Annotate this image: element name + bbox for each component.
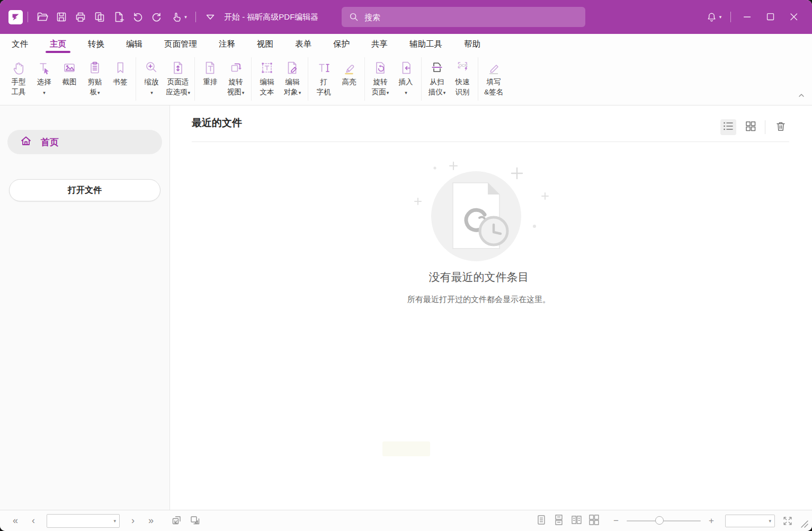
ribbon-layout-toggle-button[interactable]: [201, 7, 220, 26]
hand-tool-button[interactable]: 手型工具: [6, 57, 31, 98]
empty-state-subtitle: 所有最近打开过的文件都会显示在这里。: [407, 295, 550, 305]
ocr-icon: OCR: [454, 58, 471, 77]
ribbon-toolbar: 手型工具 选择▾ 截图 剪贴板▾ 书签 缩放▾: [0, 55, 812, 105]
last-page-button[interactable]: »: [142, 514, 160, 528]
maximize-button[interactable]: [759, 7, 782, 26]
hand-mode-button[interactable]: ▾: [166, 7, 191, 26]
tab-share[interactable]: 共享: [370, 34, 389, 55]
continuous-view-button[interactable]: [552, 514, 566, 528]
clear-recent-button[interactable]: [773, 119, 789, 135]
copy-page-icon: [93, 11, 106, 23]
page-number-combobox[interactable]: ▾: [47, 514, 120, 528]
close-button[interactable]: [782, 7, 806, 26]
window-title: 开始 - 福昕高级PDF编辑器: [224, 12, 318, 22]
tab-edit[interactable]: 编辑: [125, 34, 144, 55]
copy-page-button[interactable]: [90, 7, 109, 26]
page-fit-icon: [169, 58, 186, 77]
dropdown-caret-icon: ▾: [150, 90, 153, 95]
zoom-level-combobox[interactable]: ▾: [725, 515, 775, 527]
facing-view-button[interactable]: [569, 514, 583, 528]
print-button[interactable]: [71, 7, 90, 26]
ribbon-group-pages: 旋转页面▾ 插入▾: [365, 57, 422, 101]
quick-ocr-button[interactable]: OCR 快速识别: [450, 57, 475, 98]
minimize-button[interactable]: [736, 7, 759, 26]
zoom-in-button[interactable]: +: [705, 516, 718, 526]
tab-home[interactable]: 主页: [49, 34, 67, 55]
prev-page-button[interactable]: ‹: [24, 514, 42, 528]
next-page-button[interactable]: ›: [124, 514, 142, 528]
bookmark-button[interactable]: 书签: [108, 57, 133, 88]
search-box[interactable]: [342, 7, 585, 27]
bookmark-icon: [112, 58, 129, 77]
facing-continuous-view-button[interactable]: [587, 514, 601, 528]
tab-file[interactable]: 文件: [11, 34, 29, 55]
zoom-out-button[interactable]: −: [610, 516, 622, 526]
undo-button[interactable]: [128, 7, 147, 26]
single-page-view-button[interactable]: [534, 514, 548, 528]
tab-comment[interactable]: 注释: [218, 34, 236, 55]
select-button[interactable]: 选择▾: [31, 57, 57, 99]
titlebar-separator: [730, 12, 731, 22]
save-button[interactable]: [52, 7, 71, 26]
new-document-button[interactable]: [109, 7, 128, 26]
previous-view-button[interactable]: [167, 514, 183, 528]
notifications-button[interactable]: ▾: [701, 7, 726, 26]
snapshot-button[interactable]: 截图: [57, 57, 82, 88]
grid-view-button[interactable]: [743, 119, 759, 135]
minimize-icon: [742, 11, 753, 23]
tab-help[interactable]: 帮助: [463, 34, 481, 55]
ribbon-group-comment: 打字机 高亮: [308, 57, 365, 101]
rotate-view-icon: [227, 58, 244, 77]
typewriter-button[interactable]: 打字机: [311, 57, 336, 98]
edit-text-button[interactable]: 编辑文本: [254, 57, 280, 98]
open-file-button[interactable]: [33, 7, 52, 26]
select-cursor-icon: [35, 58, 52, 77]
open-file-label: 打开文件: [68, 185, 102, 196]
next-view-button[interactable]: [186, 514, 202, 528]
ribbon-group-reflow: 重排 旋转视图▾: [195, 57, 252, 101]
zoom-magnifier-icon: [143, 58, 160, 77]
highlight-button[interactable]: 高亮: [336, 57, 362, 88]
open-file-sidebar-button[interactable]: 打开文件: [9, 179, 160, 201]
tab-protect[interactable]: 保护: [332, 34, 351, 55]
collapse-ribbon-button[interactable]: [797, 91, 806, 102]
tab-view[interactable]: 视图: [256, 34, 274, 55]
first-page-button[interactable]: «: [6, 514, 24, 528]
trash-icon: [774, 120, 787, 135]
sidebar-item-home[interactable]: 首页: [7, 130, 162, 154]
search-input[interactable]: [364, 13, 579, 22]
page-fit-options-button[interactable]: 页面适应选项▾: [164, 57, 192, 99]
clipboard-button[interactable]: 剪贴板▾: [82, 57, 108, 99]
rotate-view-button[interactable]: 旋转视图▾: [223, 57, 248, 99]
from-scanner-button[interactable]: 从扫描仪▾: [424, 57, 450, 99]
sidebar-home-label: 首页: [41, 136, 59, 148]
insert-pages-button[interactable]: 插入▾: [393, 57, 418, 99]
edit-object-button[interactable]: 编辑对象▾: [280, 57, 305, 99]
tab-assist-tools[interactable]: 辅助工具: [408, 34, 443, 55]
foxit-logo-icon[interactable]: [8, 10, 23, 24]
undo-icon: [131, 11, 144, 23]
dropdown-caret-icon: ▾: [188, 90, 191, 95]
redo-button[interactable]: [147, 7, 166, 26]
tab-convert[interactable]: 转换: [87, 34, 105, 55]
zoom-button[interactable]: 缩放▾: [139, 57, 164, 99]
list-view-button[interactable]: [720, 119, 736, 135]
titlebar-separator: [28, 12, 28, 22]
empty-state-title: 没有最近的文件条目: [429, 270, 529, 285]
hand-pointer-icon: [170, 11, 183, 23]
tab-form[interactable]: 表单: [294, 34, 313, 55]
zoom-slider-thumb[interactable]: [655, 516, 664, 525]
resize-grip[interactable]: [796, 514, 809, 528]
continuous-pages-icon: [552, 514, 565, 528]
reflow-button[interactable]: 重排: [198, 57, 223, 88]
previous-view-icon: [169, 514, 182, 528]
printer-icon: [74, 11, 87, 23]
zoom-slider[interactable]: [627, 520, 701, 521]
rotate-pages-button[interactable]: 旋转页面▾: [368, 57, 393, 99]
app-window: ▾ 开始 - 福昕高级PDF编辑器 ▾: [0, 0, 812, 531]
fill-sign-button[interactable]: 填写&签名: [481, 57, 506, 98]
facing-continuous-icon: [587, 514, 600, 528]
ribbon-group-view: 缩放▾ 页面适应选项▾: [136, 57, 195, 101]
tab-page-manage[interactable]: 页面管理: [163, 34, 198, 55]
fullscreen-button[interactable]: [780, 514, 795, 528]
